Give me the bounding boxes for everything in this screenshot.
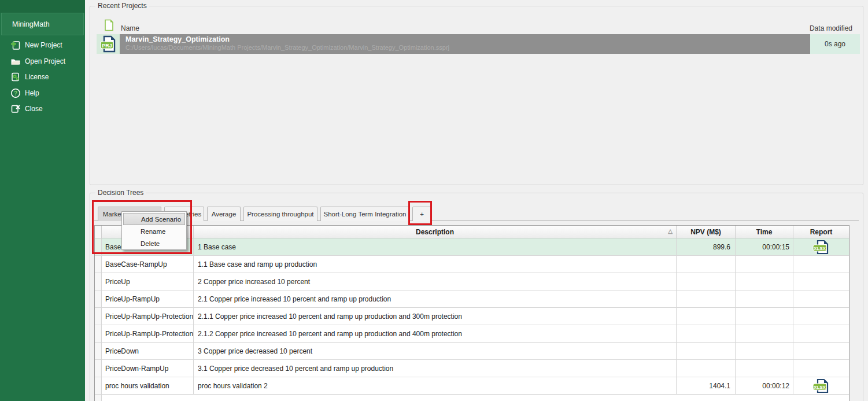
- tab-average[interactable]: Average: [207, 207, 241, 221]
- table-row[interactable]: proc hours validationproc hours validati…: [95, 377, 849, 395]
- row-header-cell: [95, 325, 102, 342]
- table-row[interactable]: PriceUp2 Copper price increased 10 perce…: [95, 273, 849, 290]
- scenario-name-cell: PriceUp: [102, 273, 194, 290]
- scenario-time-cell: [736, 256, 793, 273]
- sidebar-item-help[interactable]: ?Help: [0, 85, 85, 101]
- svg-text:PRJ: PRJ: [102, 43, 112, 49]
- app-title: MiningMath: [1, 13, 84, 35]
- decision-trees-panel: Decision Trees Market Conditions Geometr…: [90, 193, 863, 401]
- menu-item-add-scenario[interactable]: Add Scenario: [123, 213, 185, 225]
- scenario-npv-cell: [677, 290, 736, 307]
- sidebar-item-label: Open Project: [25, 57, 65, 65]
- scenario-name-cell: PriceUp-RampUp-Protection400: [102, 325, 194, 342]
- header-npv[interactable]: NPV (M$): [677, 226, 736, 238]
- scenario-name-cell: PriceDown: [102, 343, 194, 359]
- sidebar-item-label: Help: [25, 89, 39, 97]
- close-icon: [10, 104, 21, 114]
- row-header-cell: [95, 290, 102, 307]
- sidebar-item-open-project[interactable]: Open Project: [0, 53, 85, 69]
- table-row[interactable]: BaseCase1 Base case899.600:00:15XLSX: [95, 238, 849, 256]
- table-row[interactable]: PriceUp-RampUp-Protection3002.1.1 Copper…: [95, 308, 849, 325]
- menu-item-delete[interactable]: Delete: [123, 237, 185, 249]
- sidebar-item-label: Close: [25, 105, 43, 113]
- scenario-name-cell: PriceUp-RampUp-Protection300: [102, 308, 194, 325]
- row-header-cell: [95, 308, 102, 325]
- row-header-cell: [95, 360, 102, 377]
- header-time[interactable]: Time: [736, 226, 793, 238]
- table-row[interactable]: PriceUp-RampUp-Protection4002.1.2 Copper…: [95, 325, 849, 343]
- scenario-description-cell: 2.1.1 Copper price increased 10 percent …: [194, 308, 677, 325]
- table-row[interactable]: BaseCase-RampUp1.1 Base case and ramp up…: [95, 256, 849, 273]
- scenario-name-cell: BaseCase-RampUp: [102, 256, 194, 273]
- scenario-npv-cell: [677, 256, 736, 273]
- scenarios-table-header: Description △ NPV (M$) Time Report: [95, 226, 849, 238]
- scenario-report-cell: [793, 290, 849, 307]
- add-tree-tab-button[interactable]: +: [412, 207, 431, 221]
- scenario-time-cell: [736, 290, 793, 307]
- project-file-icon: PRJ: [97, 34, 120, 54]
- scenario-report-cell: XLSX: [793, 238, 849, 255]
- scenario-description-cell: 3 Copper price decreased 10 percent: [194, 343, 677, 359]
- scenario-report-cell: [793, 325, 849, 342]
- svg-text:?: ?: [14, 90, 17, 97]
- scenario-npv-cell: [677, 308, 736, 325]
- scenario-report-cell: [793, 308, 849, 325]
- recent-projects-panel: Recent Projects Name Data modified PRJ M…: [90, 6, 863, 185]
- recent-projects-title: Recent Projects: [95, 2, 149, 10]
- header-corner-cell: [95, 226, 102, 238]
- table-row[interactable]: PriceDown3 Copper price decreased 10 per…: [95, 343, 849, 360]
- header-report[interactable]: Report: [793, 226, 849, 238]
- row-header-cell: [95, 343, 102, 359]
- table-row[interactable]: PriceDown-RampUp3.1 Copper price decreas…: [95, 360, 849, 377]
- scenario-time-cell: [736, 273, 793, 290]
- scenario-time-cell: [736, 308, 793, 325]
- sidebar-item-label: New Project: [25, 41, 62, 49]
- column-header-name: Name: [121, 24, 139, 32]
- row-header-cell: [95, 377, 102, 394]
- scenario-npv-cell: 899.6: [677, 238, 736, 255]
- sidebar-item-license[interactable]: License: [0, 69, 85, 85]
- scenario-description-cell: 1.1 Base case and ramp up production: [194, 256, 677, 273]
- scenario-name-cell: PriceDown-RampUp: [102, 360, 194, 377]
- scenario-time-cell: [736, 360, 793, 377]
- sidebar-item-close[interactable]: Close: [0, 101, 85, 117]
- scenarios-table: Description △ NPV (M$) Time Report BaseC…: [94, 225, 849, 401]
- scenario-description-cell: 2.1 Copper price increased 10 percent an…: [194, 290, 677, 307]
- scenario-description-cell: proc hours validation 2: [194, 377, 677, 394]
- row-header-cell: [95, 256, 102, 273]
- scenario-description-cell: 2.1.2 Copper price increased 10 percent …: [194, 325, 677, 342]
- open-project-icon: [10, 56, 21, 67]
- scenario-time-cell: 00:00:12: [736, 377, 793, 394]
- scenario-report-cell: [793, 273, 849, 290]
- scenario-report-cell: XLSX: [793, 377, 849, 394]
- sidebar-item-label: License: [25, 73, 49, 81]
- scenario-description-cell: 2 Copper price increased 10 percent: [194, 273, 677, 290]
- tab-short-long-term-integration[interactable]: Short-Long Term Integration: [320, 207, 409, 221]
- tree-tabbar: Market Conditions Geometries Average Pro…: [90, 207, 863, 221]
- scenario-name-cell: proc hours validation: [102, 377, 194, 394]
- svg-text:XLSX: XLSX: [814, 384, 826, 389]
- xlsx-report-icon[interactable]: XLSX: [812, 378, 830, 393]
- row-header-cell: [95, 273, 102, 290]
- project-info: Marvin_Strategy_Optimization C:/Users/lu…: [120, 34, 449, 54]
- sidebar-item-new-project[interactable]: New Project: [0, 37, 85, 53]
- menu-item-rename[interactable]: Rename: [123, 225, 185, 237]
- decision-trees-title: Decision Trees: [95, 189, 146, 197]
- project-name: Marvin_Strategy_Optimization: [125, 35, 449, 43]
- scenario-npv-cell: [677, 325, 736, 342]
- help-icon: ?: [10, 88, 21, 98]
- table-empty-area: [95, 395, 849, 401]
- project-modified-cell: 0s ago: [810, 34, 860, 54]
- tab-processing-throughput[interactable]: Processing throughput: [243, 207, 317, 221]
- license-icon: [10, 72, 21, 82]
- scenario-report-cell: [793, 360, 849, 377]
- scenario-time-cell: 00:00:15: [736, 238, 793, 255]
- recent-project-row[interactable]: PRJ Marvin_Strategy_Optimization C:/User…: [97, 34, 810, 54]
- header-description[interactable]: Description △: [194, 226, 677, 238]
- scenario-npv-cell: [677, 273, 736, 290]
- table-row[interactable]: PriceUp-RampUp2.1 Copper price increased…: [95, 290, 849, 308]
- new-project-icon: [10, 40, 21, 50]
- xlsx-report-icon[interactable]: XLSX: [812, 240, 830, 255]
- svg-text:XLSX: XLSX: [814, 245, 826, 251]
- document-icon: [104, 19, 114, 33]
